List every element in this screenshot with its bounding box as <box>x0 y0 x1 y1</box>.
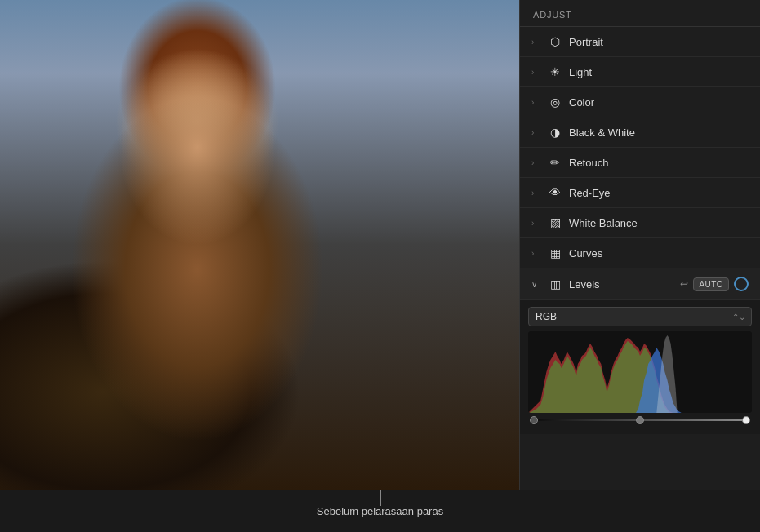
adjust-item-white-balance[interactable]: › ▨ White Balance <box>520 208 760 238</box>
levels-expanded-content: RGB Red Green Blue <box>520 300 760 434</box>
color-label: Color <box>569 96 749 109</box>
adjust-item-color[interactable]: › ◎ Color <box>520 87 760 117</box>
adjust-header: ADJUST <box>520 0 760 27</box>
levels-reset-button[interactable]: ↩ <box>680 278 688 290</box>
light-label: Light <box>569 66 749 78</box>
adjust-panel: ADJUST › ⬡ Portrait › ✳ Light › ◎ Color <box>519 0 760 490</box>
white-balance-icon: ▨ <box>548 216 562 229</box>
levels-icon: ▥ <box>548 277 562 290</box>
histogram-slider <box>528 413 752 428</box>
chevron-light: › <box>531 68 541 77</box>
chevron-color: › <box>531 98 541 107</box>
chevron-black-white: › <box>531 128 541 137</box>
chevron-white-balance: › <box>531 219 541 228</box>
chevron-red-eye: › <box>531 188 541 197</box>
levels-controls: ↩ AUTO <box>680 277 749 291</box>
caption-area: Sebelum pelarasaan paras <box>0 490 760 532</box>
adjust-item-light[interactable]: › ✳ Light <box>520 57 760 87</box>
slider-handle-mid[interactable] <box>636 416 644 424</box>
portrait-label: Portrait <box>569 36 749 48</box>
portrait-icon: ⬡ <box>548 35 562 48</box>
adjust-item-retouch[interactable]: › ✏ Retouch <box>520 148 760 178</box>
black-white-label: Black & White <box>569 126 749 139</box>
adjust-item-curves[interactable]: › ▦ Curves <box>520 238 760 268</box>
chevron-curves: › <box>531 249 541 258</box>
levels-circle-button[interactable] <box>734 277 749 291</box>
red-eye-label: Red-Eye <box>569 187 749 199</box>
red-eye-icon: 👁 <box>548 186 562 199</box>
adjust-title: ADJUST <box>533 10 572 20</box>
caption-text: Sebelum pelarasaan paras <box>317 505 443 517</box>
rgb-select-container: RGB Red Green Blue <box>528 307 752 326</box>
photo-panel <box>0 0 519 490</box>
photo-background <box>0 0 519 490</box>
histogram-svg <box>528 331 752 413</box>
slider-handle-white[interactable] <box>742 416 750 424</box>
adjust-item-red-eye[interactable]: › 👁 Red-Eye <box>520 178 760 208</box>
chevron-levels: ∨ <box>531 280 541 289</box>
levels-auto-button[interactable]: AUTO <box>693 277 729 291</box>
portrait-image <box>0 0 519 490</box>
levels-histogram <box>528 331 752 413</box>
caption-line <box>380 490 381 506</box>
main-container: ADJUST › ⬡ Portrait › ✳ Light › ◎ Color <box>0 0 760 490</box>
adjust-item-portrait[interactable]: › ⬡ Portrait <box>520 27 760 57</box>
curves-label: Curves <box>569 247 749 259</box>
retouch-icon: ✏ <box>548 156 562 169</box>
black-white-icon: ◑ <box>548 126 562 139</box>
adjust-items-list: › ⬡ Portrait › ✳ Light › ◎ Color › ◑ Bla… <box>520 27 760 490</box>
white-balance-label: White Balance <box>569 217 749 229</box>
adjust-item-levels[interactable]: ∨ ▥ Levels ↩ AUTO <box>520 268 760 300</box>
levels-label: Levels <box>569 278 680 290</box>
curves-icon: ▦ <box>548 246 562 259</box>
chevron-portrait: › <box>531 38 541 47</box>
rgb-select-wrapper: RGB Red Green Blue <box>528 307 752 326</box>
slider-handle-black[interactable] <box>530 416 538 424</box>
retouch-label: Retouch <box>569 157 749 169</box>
chevron-retouch: › <box>531 158 541 167</box>
light-icon: ✳ <box>548 65 562 78</box>
color-icon: ◎ <box>548 95 562 109</box>
rgb-channel-select[interactable]: RGB Red Green Blue <box>528 307 752 326</box>
adjust-item-black-white[interactable]: › ◑ Black & White <box>520 117 760 148</box>
